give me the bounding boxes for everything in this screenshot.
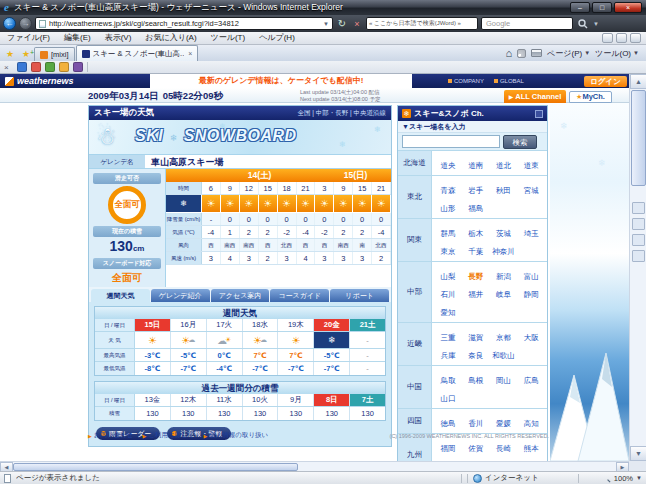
address-dropdown-icon[interactable]: ▼	[323, 21, 329, 27]
menu-item[interactable]: ツール(T)	[204, 32, 253, 44]
menu-item[interactable]: お気に入り(A)	[138, 32, 203, 44]
addon-icon-5[interactable]	[73, 62, 83, 72]
pref-link[interactable]: 長崎	[490, 443, 518, 454]
pref-link[interactable]: 千葉	[462, 246, 490, 257]
pref-link[interactable]: 道央	[434, 160, 462, 171]
global-link[interactable]: GLOBAL	[494, 78, 524, 84]
feeds-icon[interactable]	[517, 49, 526, 58]
tab-close-icon[interactable]: ×	[188, 50, 192, 57]
pref-link[interactable]: 香川	[462, 418, 490, 429]
pref-link[interactable]: 福井	[462, 289, 490, 300]
search-magnifier-icon[interactable]	[576, 15, 590, 33]
pref-link[interactable]: 岡山	[490, 375, 518, 386]
scrollbar-thumb[interactable]	[13, 463, 298, 471]
scrollbar-marker[interactable]	[632, 218, 645, 230]
scroll-down-icon[interactable]: ▼	[630, 446, 646, 461]
pref-link[interactable]: 鳥取	[434, 375, 462, 386]
pref-link[interactable]: 兵庫	[434, 350, 462, 361]
scrollbar-thumb[interactable]	[631, 90, 646, 186]
pref-link[interactable]: 徳島	[434, 418, 462, 429]
tab-all-channel[interactable]: ▶ALL Channel	[504, 90, 566, 103]
toolbar-icon-2[interactable]	[616, 33, 627, 43]
pref-link[interactable]: 三重	[434, 332, 462, 343]
vertical-scrollbar[interactable]: ▲ ▼	[629, 74, 646, 461]
addon-close-icon[interactable]: ×	[4, 63, 13, 72]
pref-link[interactable]: 島根	[462, 375, 490, 386]
pref-link[interactable]: 道南	[462, 160, 490, 171]
content-tab[interactable]: 週間天気	[91, 289, 150, 302]
content-tab[interactable]: コースガイド	[270, 289, 329, 302]
pref-link[interactable]: 道北	[490, 160, 518, 171]
company-link[interactable]: COMPANY	[448, 78, 484, 84]
horizontal-scrollbar[interactable]: ◀ ▶	[0, 461, 629, 471]
maximize-button[interactable]: □	[592, 2, 612, 13]
content-tab[interactable]: リポート	[330, 289, 389, 302]
pref-link[interactable]: 長野	[462, 271, 490, 282]
back-button[interactable]: ←	[3, 17, 16, 30]
forward-button[interactable]: →	[19, 17, 32, 30]
favorites-center-button[interactable]: ★	[2, 47, 18, 61]
search-button[interactable]: 検索	[503, 135, 537, 149]
pref-link[interactable]: 群馬	[434, 228, 462, 239]
pref-link[interactable]: 愛知	[434, 307, 462, 318]
pref-link[interactable]: 滋賀	[462, 332, 490, 343]
pref-link[interactable]: 和歌山	[490, 350, 518, 361]
pref-link[interactable]: 青森	[434, 185, 462, 196]
pref-link[interactable]: 佐賀	[462, 443, 490, 454]
pref-link[interactable]: 岐阜	[490, 289, 518, 300]
pref-link[interactable]: 石川	[434, 289, 462, 300]
scrollbar-marker[interactable]	[632, 202, 645, 214]
page-menu[interactable]: ページ(P) ▼	[547, 48, 590, 59]
scroll-up-icon[interactable]: ▲	[630, 74, 646, 89]
toolbar-icon-1[interactable]	[602, 33, 613, 43]
pref-link[interactable]: 京都	[490, 332, 518, 343]
pref-link[interactable]: 熊本	[517, 443, 545, 454]
tab-ski-active[interactable]: スキー & スノボー(車山高.. ×	[76, 45, 199, 61]
close-button[interactable]: ×	[614, 2, 642, 13]
pref-link[interactable]: 福島	[462, 203, 490, 214]
pref-link[interactable]: 広島	[517, 375, 545, 386]
menu-item[interactable]: 編集(E)	[57, 32, 98, 44]
pref-link[interactable]: 栃木	[462, 228, 490, 239]
search-dropdown-icon[interactable]: ▼	[593, 21, 599, 27]
add-favorite-button[interactable]: ★+	[18, 47, 34, 61]
pref-link[interactable]: 高知	[517, 418, 545, 429]
pref-link[interactable]: 愛媛	[490, 418, 518, 429]
addon-icon-3[interactable]	[45, 62, 55, 72]
addon-icon-1[interactable]	[17, 62, 27, 72]
google-search-box[interactable]: Google	[481, 17, 573, 30]
pref-link[interactable]: 埼玉	[517, 228, 545, 239]
stop-icon[interactable]: ×	[351, 19, 363, 29]
tab-my-channel[interactable]: ★MyCh.	[569, 91, 612, 103]
pref-link[interactable]: 福岡	[434, 443, 462, 454]
pref-link[interactable]: 神奈川	[490, 246, 518, 257]
address-url[interactable]: http://weathernews.jp/ski/cgi/search_res…	[49, 19, 320, 28]
zoom-control[interactable]: 100% ▼	[584, 474, 642, 483]
pref-link[interactable]: 秋田	[490, 185, 518, 196]
menu-item[interactable]: ヘルプ(H)	[252, 32, 302, 44]
addon-icon-2[interactable]	[31, 62, 41, 72]
resort-search-input[interactable]	[402, 135, 500, 148]
pref-link[interactable]: 富山	[517, 271, 545, 282]
security-zone[interactable]: インターネット	[473, 473, 573, 483]
scrollbar-marker[interactable]	[632, 234, 645, 246]
pref-link[interactable]: 新潟	[490, 271, 518, 282]
footer-link[interactable]: ▶お問い合わせ	[88, 431, 133, 440]
menu-item[interactable]: ファイル(F)	[0, 32, 57, 44]
home-icon[interactable]: ⌂	[505, 46, 512, 60]
addon-icon-4[interactable]	[59, 62, 69, 72]
scrollbar-marker[interactable]	[632, 250, 645, 262]
pref-link[interactable]: 静岡	[517, 289, 545, 300]
address-bar[interactable]: http://weathernews.jp/ski/cgi/search_res…	[35, 17, 333, 30]
pref-link[interactable]: 山梨	[434, 271, 462, 282]
content-tab[interactable]: アクセス案内	[211, 289, 270, 302]
refresh-icon[interactable]: ↻	[336, 18, 348, 29]
weathernews-logo[interactable]: weathernews	[5, 76, 74, 86]
pref-link[interactable]: 山形	[434, 203, 462, 214]
pref-link[interactable]: 大阪	[517, 332, 545, 343]
pref-link[interactable]: 山口	[434, 393, 462, 404]
tools-menu[interactable]: ツール(O) ▼	[595, 48, 639, 59]
tab-mixi[interactable]: [mixi]	[34, 47, 75, 61]
print-icon[interactable]	[531, 49, 542, 57]
pref-link[interactable]: 道東	[517, 160, 545, 171]
